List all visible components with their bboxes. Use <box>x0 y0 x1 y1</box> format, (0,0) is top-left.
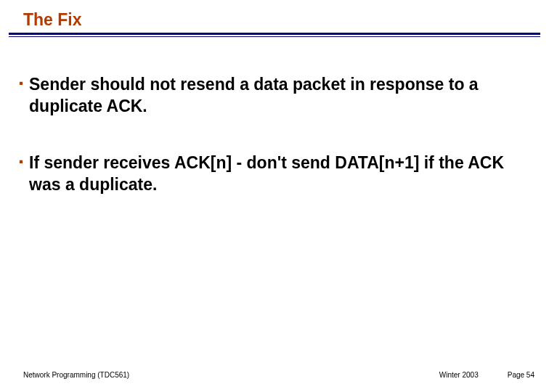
title-rule-thick <box>9 33 540 35</box>
footer: Network Programming (TDC561) Winter 2003… <box>23 371 534 379</box>
footer-right: Winter 2003 Page 54 <box>439 371 534 379</box>
footer-page: Page 54 <box>508 371 534 379</box>
title-area: The Fix <box>0 10 549 37</box>
bullet-text: Sender should not resend a data packet i… <box>29 74 530 118</box>
bullet-item: ▪ If sender receives ACK[n] - don't send… <box>19 152 530 196</box>
footer-left: Network Programming (TDC561) <box>23 371 129 379</box>
slide-title: The Fix <box>0 10 549 33</box>
footer-term: Winter 2003 <box>439 371 479 379</box>
title-rule-thin <box>9 36 540 37</box>
bullet-item: ▪ Sender should not resend a data packet… <box>19 74 530 118</box>
bullet-icon: ▪ <box>19 155 23 168</box>
content-area: ▪ Sender should not resend a data packet… <box>19 74 530 231</box>
bullet-icon: ▪ <box>19 77 23 89</box>
bullet-text: If sender receives ACK[n] - don't send D… <box>29 152 530 196</box>
